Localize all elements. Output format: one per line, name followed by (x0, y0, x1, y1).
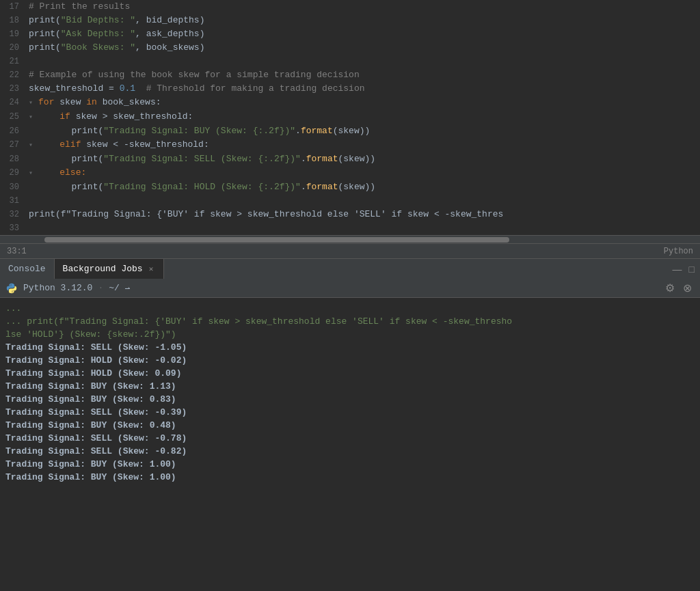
code-token: print( (29, 15, 61, 25)
code-token: format (301, 126, 333, 136)
code-token: if (59, 111, 75, 122)
code-token: . (301, 154, 306, 164)
code-token: , book_skews) (135, 42, 204, 53)
code-line: 31 (0, 194, 700, 208)
scrollbar-thumb[interactable] (44, 237, 509, 243)
console-output[interactable]: ...... print(f"Trading Signal: {'BUY' if… (0, 298, 700, 591)
code-token: print( (71, 126, 103, 136)
code-token: 0.1 (120, 83, 135, 94)
line-number: 27 (0, 138, 26, 152)
code-line: 28 print("Trading Signal: SELL (Skew: {:… (0, 152, 700, 166)
line-content: print(f"Trading Signal: {'BUY' if skew >… (26, 208, 700, 221)
console-tab-label: Console (8, 264, 46, 274)
line-content: skew_threshold = 0.1 # Threshold for mak… (26, 82, 700, 96)
line-number: 25 (0, 110, 26, 124)
console-output-line: Trading Signal: SELL (Skew: -0.82) (5, 445, 695, 458)
code-line: 32print(f"Trading Signal: {'BUY' if skew… (0, 208, 700, 221)
fold-arrow-icon[interactable]: ▾ (29, 169, 37, 177)
code-token: print( (71, 182, 103, 192)
code-token: book_skews: (103, 97, 161, 107)
code-token: # Threshold for making a trading decisio… (135, 83, 364, 94)
code-token: in (81, 97, 102, 107)
code-token: skew (86, 139, 107, 150)
tab-background-jobs[interactable]: Background Jobs ✕ (55, 259, 165, 279)
console-output-line: Trading Signal: SELL (Skew: -0.39) (5, 406, 695, 419)
console-cmd-line: ... print(f"Trading Signal: {'BUY' if sk… (5, 315, 695, 328)
code-token: for (38, 97, 59, 107)
code-token: > (97, 111, 113, 122)
line-number: 21 (0, 55, 26, 68)
code-token: . (295, 126, 301, 136)
code-token: format (306, 154, 338, 164)
code-line: 25▾ if skew > skew_threshold: (0, 110, 700, 124)
line-content: ▾ else: (26, 166, 700, 180)
code-token: skew (59, 97, 81, 107)
line-number: 31 (0, 194, 26, 208)
background-jobs-tab-label: Background Jobs (63, 264, 143, 274)
line-content: print("Trading Signal: SELL (Skew: {:.2f… (26, 152, 700, 166)
code-token: "Bid Depths: " (61, 15, 135, 25)
fold-arrow-icon[interactable]: ▾ (29, 99, 37, 107)
settings-icon[interactable]: ⚙ (662, 280, 677, 296)
console-cmd-line2: lse 'HOLD'} (Skew: {skew:.2f})") (5, 328, 695, 341)
code-token: skew_threshold: (129, 139, 209, 150)
fold-arrow-icon[interactable]: ▾ (29, 141, 37, 149)
code-token: = (103, 83, 119, 94)
code-token: , bid_depths) (135, 15, 204, 25)
background-jobs-close-icon[interactable]: ✕ (147, 264, 156, 274)
home-icon[interactable]: ⇀ (125, 283, 131, 294)
code-line: 26 print("Trading Signal: BUY (Skew: {:.… (0, 124, 700, 138)
code-token: . (301, 182, 306, 192)
line-content: print("Ask Depths: ", ask_depths) (26, 27, 700, 41)
minimize-button[interactable]: — (670, 263, 685, 275)
code-token: else: (59, 167, 86, 178)
console-path: ~/ (109, 283, 120, 293)
console-output-line: Trading Signal: HOLD (Skew: -0.02) (5, 354, 695, 367)
status-bar: 33:1 Python (0, 243, 700, 258)
code-line: 18print("Bid Depths: ", bid_depths) (0, 14, 700, 27)
code-token: print( (29, 29, 61, 39)
maximize-button[interactable]: □ (686, 263, 697, 275)
fold-arrow-icon[interactable]: ▾ (29, 113, 37, 121)
code-token: print( (29, 42, 61, 53)
console-output-line: Trading Signal: BUY (Skew: 0.83) (5, 393, 695, 406)
code-token: skew_threshold (29, 83, 103, 94)
line-number: 17 (0, 0, 26, 14)
line-number: 23 (0, 82, 26, 96)
language-indicator: Python (664, 247, 693, 256)
code-token: "Trading Signal: HOLD (Skew: {:.2f})" (103, 182, 301, 192)
console-output-line: Trading Signal: BUY (Skew: 1.13) (5, 380, 695, 393)
code-line: 23skew_threshold = 0.1 # Threshold for m… (0, 82, 700, 96)
code-token: # Example of using the book skew for a s… (29, 70, 360, 80)
stop-icon[interactable]: ⊗ (680, 280, 695, 296)
line-content: ▾ elif skew < -skew_threshold: (26, 138, 700, 152)
code-line: 19print("Ask Depths: ", ask_depths) (0, 27, 700, 41)
line-content: # Print the results (26, 0, 700, 14)
line-number: 28 (0, 152, 26, 166)
line-number: 32 (0, 208, 26, 221)
code-content: 17# Print the results18print("Bid Depths… (0, 0, 700, 235)
code-line: 22# Example of using the book skew for a… (0, 68, 700, 82)
cursor-position: 33:1 (7, 247, 664, 256)
line-content: # Example of using the book skew for a s… (26, 68, 700, 82)
code-token: (skew)) (333, 126, 371, 136)
tab-console[interactable]: Console (0, 259, 55, 279)
code-line: 29▾ else: (0, 166, 700, 180)
code-line: 20print("Book Skews: ", book_skews) (0, 41, 700, 55)
line-number: 22 (0, 68, 26, 82)
code-token: "Ask Depths: " (61, 29, 135, 39)
code-token: format (306, 182, 338, 192)
code-token: < - (107, 139, 129, 150)
line-content: ▾ for skew in book_skews: (26, 96, 700, 110)
line-content: print("Trading Signal: BUY (Skew: {:.2f}… (26, 124, 700, 138)
line-content: print("Bid Depths: ", bid_depths) (26, 14, 700, 27)
code-token: skew (76, 111, 97, 122)
editor-scrollbar[interactable] (0, 235, 700, 243)
line-content: ▾ if skew > skew_threshold: (26, 110, 700, 124)
line-number: 18 (0, 14, 26, 27)
code-line: 30 print("Trading Signal: HOLD (Skew: {:… (0, 180, 700, 194)
code-token: elif (59, 139, 86, 150)
code-token: print(f"Trading Signal: {'BUY' if skew >… (29, 209, 503, 219)
line-number: 24 (0, 96, 26, 109)
line-number: 19 (0, 27, 26, 41)
